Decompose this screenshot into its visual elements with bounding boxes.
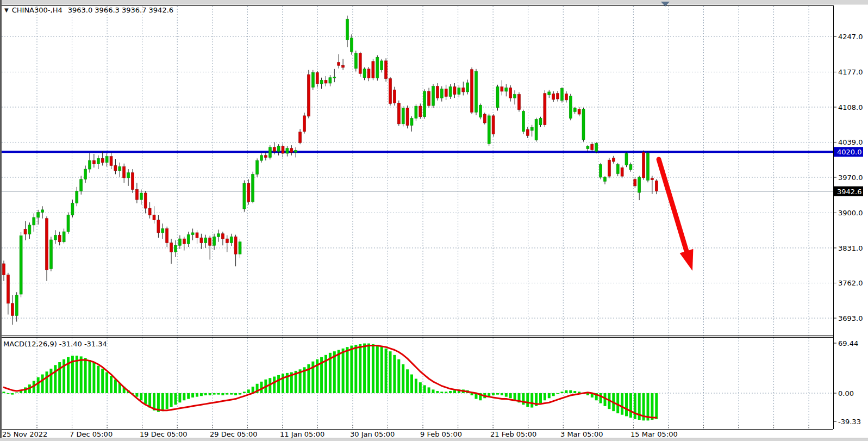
candle-up bbox=[41, 210, 44, 213]
candle-up bbox=[329, 78, 332, 83]
arrow-shaft[interactable] bbox=[659, 159, 688, 254]
macd-histogram-bar bbox=[37, 377, 40, 393]
candle-up bbox=[333, 77, 336, 78]
candle-up bbox=[33, 218, 35, 225]
macd-histogram-bar bbox=[561, 392, 564, 393]
macd-histogram-bar bbox=[380, 346, 383, 393]
candle-up bbox=[161, 228, 164, 232]
candle-up bbox=[586, 146, 589, 149]
candle-down bbox=[46, 219, 48, 270]
candle-down bbox=[226, 239, 228, 243]
candle-down bbox=[462, 88, 465, 91]
macd-histogram-bar bbox=[621, 393, 623, 415]
horizontal-blue-line[interactable] bbox=[2, 151, 833, 153]
macd-histogram-bar bbox=[196, 393, 198, 397]
chart-canvas[interactable]: 4247.04177.04108.04039.03970.03900.03831… bbox=[0, 0, 868, 441]
macd-histogram-bar bbox=[63, 359, 65, 393]
arrow-head[interactable] bbox=[680, 249, 694, 271]
candle-up bbox=[89, 160, 91, 169]
price-hline-4020[interactable] bbox=[2, 151, 833, 153]
ohlc-values: 3963.0 3966.3 3936.7 3942.6 bbox=[68, 6, 173, 14]
candle-up bbox=[320, 80, 323, 84]
candle-down bbox=[209, 238, 211, 245]
macd-histogram-bar bbox=[187, 393, 190, 399]
macd-histogram-bar bbox=[530, 393, 533, 408]
candle-up bbox=[569, 96, 572, 118]
candle-down bbox=[24, 229, 27, 234]
macd-histogram-bar bbox=[548, 393, 551, 398]
macd-histogram-bar bbox=[204, 393, 207, 395]
candle-up bbox=[561, 88, 564, 100]
macd-histogram-bar bbox=[273, 377, 276, 393]
macd-histogram-bar bbox=[539, 393, 542, 403]
macd-histogram-bar bbox=[260, 382, 263, 393]
macd-histogram-bar bbox=[496, 393, 499, 395]
candle-down bbox=[135, 189, 138, 200]
time-axis-label: 21 Feb 05:00 bbox=[490, 430, 536, 438]
macd-histogram-bar bbox=[243, 392, 246, 393]
candle-down bbox=[651, 178, 653, 180]
candle-up bbox=[629, 165, 632, 170]
macd-histogram-bar bbox=[166, 393, 168, 409]
macd-histogram-bar bbox=[453, 390, 456, 393]
macd-histogram-bar bbox=[389, 351, 392, 393]
price-axis-label: 4177.0 bbox=[838, 68, 863, 76]
time-axis-label: 3 Mar 05:00 bbox=[560, 430, 603, 438]
macd-histogram-bar bbox=[213, 393, 216, 395]
candle-down bbox=[359, 53, 361, 73]
macd-histogram-bar bbox=[586, 393, 589, 395]
candle-up bbox=[295, 150, 297, 152]
candle-up bbox=[84, 169, 87, 179]
candle-down bbox=[557, 94, 559, 99]
candle-down bbox=[518, 95, 521, 110]
candle-down bbox=[7, 275, 9, 303]
time-axis-label: 19 Dec 05:00 bbox=[140, 430, 187, 438]
macd-histogram-bar bbox=[200, 393, 203, 396]
candle-down bbox=[157, 220, 160, 233]
candle-up bbox=[80, 179, 83, 191]
candle-up bbox=[286, 148, 289, 153]
symbol-dropdown-icon[interactable]: ▼ bbox=[4, 7, 9, 13]
macd-histogram-bar bbox=[183, 393, 185, 400]
window-top-edge-line bbox=[0, 4, 868, 4]
trend-arrow[interactable] bbox=[659, 159, 693, 271]
macd-indicator bbox=[3, 344, 658, 421]
candle-down bbox=[544, 94, 546, 125]
candle-up bbox=[522, 111, 524, 131]
price-axis-label: 3831.0 bbox=[838, 244, 863, 252]
macd-histogram-bar bbox=[655, 393, 658, 419]
candle-down bbox=[565, 94, 567, 100]
macd-histogram-bar bbox=[625, 393, 628, 416]
candle-up bbox=[118, 166, 121, 170]
macd-histogram-bar bbox=[110, 376, 113, 393]
macd-histogram-bar bbox=[148, 393, 151, 408]
candle-up bbox=[415, 106, 417, 118]
candle-up bbox=[260, 156, 263, 160]
macd-axis-label: 0.00 bbox=[838, 389, 854, 397]
candle-down bbox=[58, 235, 61, 242]
macd-histogram-bar bbox=[471, 393, 473, 395]
time-axis-label: 30 Jan 05:00 bbox=[350, 430, 395, 438]
candle-down bbox=[123, 166, 126, 178]
macd-histogram-bar bbox=[170, 393, 173, 407]
candle-up bbox=[191, 233, 194, 235]
candle-up bbox=[28, 225, 31, 234]
candle-up bbox=[616, 165, 619, 174]
macd-histogram-bar bbox=[217, 393, 220, 395]
macd-histogram-bar bbox=[552, 393, 555, 396]
macd-histogram-bar bbox=[505, 393, 508, 397]
candle-up bbox=[239, 242, 241, 254]
time-axis-label: 7 Dec 05:00 bbox=[70, 430, 113, 438]
candle-up bbox=[475, 72, 478, 113]
macd-histogram-bar bbox=[372, 344, 374, 393]
macd-histogram-bar bbox=[501, 393, 503, 395]
macd-histogram-bar bbox=[629, 393, 632, 418]
candle-down bbox=[612, 158, 615, 162]
macd-histogram-bar bbox=[397, 359, 400, 393]
macd-histogram-bar bbox=[135, 393, 138, 397]
macd-histogram-bar bbox=[97, 366, 99, 393]
candle-down bbox=[578, 109, 580, 114]
candle-up bbox=[37, 213, 40, 218]
macd-histogram-bar bbox=[509, 393, 512, 398]
candle-down bbox=[338, 63, 340, 66]
